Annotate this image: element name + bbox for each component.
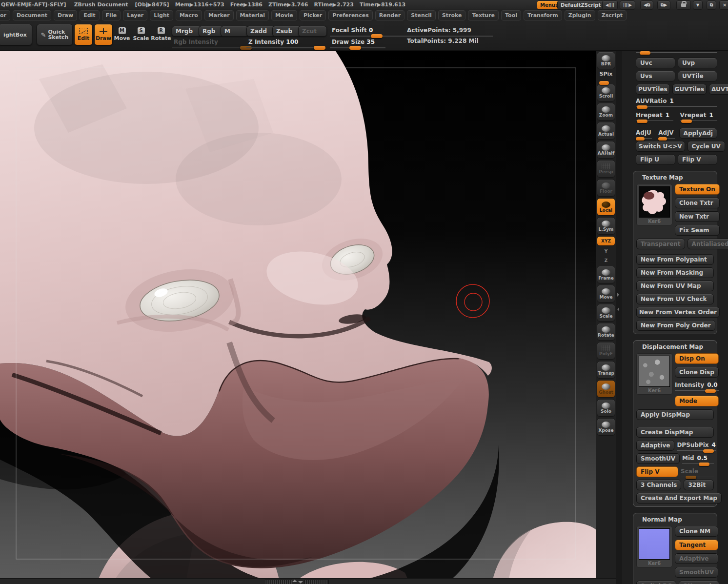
move-button[interactable]: M Move xyxy=(114,24,130,44)
disp-adaptive-button[interactable]: Adaptive xyxy=(636,440,674,451)
rotate-z-button[interactable]: Z xyxy=(597,257,615,264)
menu-document[interactable]: Document xyxy=(13,10,51,20)
new-from-vertex-order-button[interactable]: New From Vertex Order xyxy=(636,307,720,318)
next-document-icon[interactable]: ⧉▶ xyxy=(657,0,670,10)
menu-light[interactable]: Light xyxy=(150,10,173,20)
solo-button[interactable]: Solo xyxy=(597,399,615,417)
disp-smoothuv-button[interactable]: SmoothUV xyxy=(636,453,680,464)
create-dispmap-button[interactable]: Create DispMap xyxy=(636,427,714,438)
antialiased-button[interactable]: Antialiased xyxy=(688,239,728,249)
menu-picker[interactable]: Picker xyxy=(300,10,326,20)
flip-u-button[interactable]: Flip U xyxy=(636,154,675,165)
divider-arrow-right-icon[interactable] xyxy=(617,293,621,297)
auvratio-slider[interactable]: AUVRatio1 xyxy=(636,98,717,107)
new-from-uv-check-button[interactable]: New From UV Check xyxy=(636,294,714,304)
restore-icon[interactable]: ⧉ xyxy=(707,0,716,10)
uv-map-border-knob[interactable] xyxy=(640,51,650,55)
previous-document-icon[interactable]: ◀⧉ xyxy=(640,0,653,10)
hrepeat-slider[interactable]: Hrepeat1 xyxy=(636,112,673,121)
menu-stencil[interactable]: Stencil xyxy=(407,10,436,20)
rotate-xyz-button[interactable]: XYZ xyxy=(597,236,615,246)
disp-intensity-slider[interactable]: Intensity0.0 xyxy=(675,382,719,391)
frame-button[interactable]: Frame xyxy=(597,266,615,283)
shelf-rotate-button[interactable]: Rotate xyxy=(597,323,615,341)
tray-open-arrow-icon[interactable] xyxy=(292,580,297,582)
fix-seam-button[interactable]: Fix Seam xyxy=(675,225,720,236)
menu-zplugin[interactable]: Zplugin xyxy=(565,10,595,20)
disp-intensity-knob[interactable] xyxy=(705,389,716,393)
new-from-polypaint-button[interactable]: New From Polypaint xyxy=(636,254,714,265)
zoom-button[interactable]: Zoom xyxy=(597,103,615,121)
z-intensity-slider[interactable]: Z Intensity 100 xyxy=(246,38,324,48)
clone-txtr-button[interactable]: Clone Txtr xyxy=(675,198,720,208)
create-and-export-map-button[interactable]: Create And Export Map xyxy=(636,493,722,503)
zadd-button[interactable]: Zadd xyxy=(246,26,275,37)
menu-transform[interactable]: Transform xyxy=(524,10,562,20)
menu-file[interactable]: File xyxy=(102,10,121,20)
lightbox-button[interactable]: ightBox xyxy=(0,24,32,45)
draw-button[interactable]: Draw xyxy=(94,24,113,45)
menu-texture[interactable]: Texture xyxy=(468,10,499,20)
new-from-poly-order-button[interactable]: New From Poly Order xyxy=(636,320,715,331)
adju-slider[interactable]: AdjU xyxy=(636,129,652,139)
applyadj-button[interactable]: ApplyAdj xyxy=(679,128,717,139)
bottom-tray-divider[interactable] xyxy=(0,578,616,584)
menu-marker[interactable]: Marker xyxy=(204,10,234,20)
auvratio-knob[interactable] xyxy=(637,105,647,109)
auvtiles-button[interactable]: AUVTiles xyxy=(709,84,728,95)
menu-render[interactable]: Render xyxy=(375,10,405,20)
spix-slider[interactable]: SPix xyxy=(597,71,615,82)
bpr-button[interactable]: BPR xyxy=(597,52,615,69)
minimize-icon[interactable]: ▼ xyxy=(693,0,703,10)
shelf-scroll-right-icon[interactable]: ||||▶ xyxy=(620,0,635,10)
ghost-button[interactable]: Ghost xyxy=(597,380,615,398)
switchrg-button[interactable]: SwitchRG xyxy=(636,581,676,584)
shelf-move-button[interactable]: Move xyxy=(597,285,615,302)
menu-stroke[interactable]: Stroke xyxy=(438,10,466,20)
draw-size-slider[interactable]: Draw Size 35 xyxy=(330,38,385,48)
mid-slider[interactable]: Mid0.5 xyxy=(682,455,714,464)
mrgb-button[interactable]: Mrgb xyxy=(172,26,202,37)
panel-divider[interactable] xyxy=(616,50,622,584)
new-from-masking-button[interactable]: New From Masking xyxy=(636,267,714,278)
menu-macro[interactable]: Macro xyxy=(176,10,202,20)
close-icon[interactable]: ✕ xyxy=(719,0,728,10)
menu-zscript[interactable]: Zscript xyxy=(598,10,627,20)
aahalf-button[interactable]: AAHalf xyxy=(597,141,615,159)
menu-tool[interactable]: Tool xyxy=(501,10,521,20)
new-txtr-button[interactable]: New Txtr xyxy=(675,211,720,222)
vrepeat-knob[interactable] xyxy=(681,120,692,123)
clone-disp-button[interactable]: Clone Disp xyxy=(675,367,719,378)
transparent-button[interactable]: Transparent xyxy=(636,239,685,249)
dpsubpix-knob[interactable] xyxy=(703,449,714,453)
shelf-scroll-left-icon[interactable]: ◀|||| xyxy=(602,0,618,10)
menu-movie[interactable]: Movie xyxy=(271,10,297,20)
dpsubpix-slider[interactable]: DPSubPix4 xyxy=(677,442,716,451)
clone-nm-button[interactable]: Clone NM xyxy=(675,526,718,537)
spix-knob[interactable] xyxy=(599,81,609,85)
snormals-button[interactable]: SNormals xyxy=(679,581,719,584)
flip-v-button[interactable]: Flip V xyxy=(678,154,717,165)
channels-button[interactable]: 3 Channels xyxy=(636,480,681,490)
disp-scale-slider[interactable]: Scale xyxy=(681,468,714,477)
texture-map-thumbnail[interactable]: Ker6 xyxy=(636,184,672,225)
switch-uv-button[interactable]: Switch U<>V xyxy=(636,141,685,152)
mid-knob[interactable] xyxy=(699,463,709,466)
scale-button[interactable]: S Scale xyxy=(133,24,149,44)
adju-knob[interactable] xyxy=(636,137,645,141)
disp-on-button[interactable]: Disp On xyxy=(675,353,719,364)
rotate-button[interactable]: R Rotate xyxy=(152,24,170,44)
uvtile-button[interactable]: UVTile xyxy=(678,71,717,81)
guvtiles-button[interactable]: GUVTiles xyxy=(672,84,707,95)
adjv-knob[interactable] xyxy=(658,137,667,141)
disp-scale-knob[interactable] xyxy=(686,476,696,479)
cycle-uv-button[interactable]: Cycle UV xyxy=(688,141,725,152)
puvtiles-button[interactable]: PUVTiles xyxy=(636,84,670,95)
uvs-button[interactable]: Uvs xyxy=(636,71,675,81)
actual-button[interactable]: Actual xyxy=(597,122,615,140)
menu-preferences[interactable]: Preferences xyxy=(328,10,372,20)
menu-draw[interactable]: Draw xyxy=(54,10,77,20)
vrepeat-slider[interactable]: Vrepeat1 xyxy=(680,112,718,121)
persp-button[interactable]: Persp xyxy=(597,160,615,178)
scroll-button[interactable]: Scroll xyxy=(597,84,615,101)
